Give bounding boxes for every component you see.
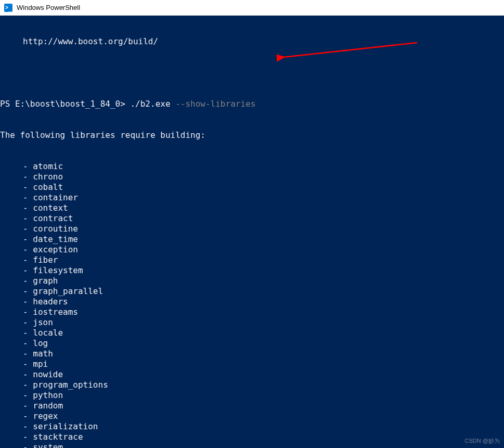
- library-name: stacktrace: [33, 432, 83, 442]
- library-item: - chrono: [0, 172, 504, 182]
- command-text: ./b2.exe: [130, 99, 175, 109]
- library-name: log: [33, 338, 48, 348]
- library-item: - date_time: [0, 234, 504, 245]
- prompt-path: E:\boost\boost_1_84_0: [15, 99, 120, 109]
- library-name: atomic: [33, 161, 63, 171]
- library-item: - atomic: [0, 161, 504, 172]
- list-bullet: -: [23, 203, 33, 213]
- library-item: - headers: [0, 297, 504, 307]
- list-bullet: -: [23, 234, 33, 244]
- library-name: locale: [33, 328, 63, 338]
- library-item: - system: [0, 442, 504, 448]
- list-bullet: -: [23, 297, 33, 306]
- list-bullet: -: [23, 245, 33, 254]
- library-item: - stacktrace: [0, 432, 504, 442]
- library-name: date_time: [33, 234, 78, 244]
- list-bullet: -: [23, 224, 33, 234]
- list-bullet: -: [23, 255, 33, 265]
- list-bullet: -: [23, 359, 33, 369]
- list-bullet: -: [23, 349, 33, 359]
- list-bullet: -: [23, 161, 33, 171]
- library-name: random: [33, 401, 63, 411]
- library-item: - regex: [0, 411, 504, 421]
- library-item: - fiber: [0, 255, 504, 265]
- list-bullet: -: [23, 328, 33, 338]
- list-bullet: -: [23, 317, 33, 327]
- list-bullet: -: [23, 213, 33, 223]
- library-name: nowide: [33, 369, 63, 379]
- library-name: graph_parallel: [33, 286, 103, 296]
- list-bullet: -: [23, 265, 33, 275]
- library-name: fiber: [33, 255, 58, 265]
- library-item: - program_options: [0, 380, 504, 390]
- library-item: - iostreams: [0, 307, 504, 317]
- terminal-area[interactable]: http://www.boost.org/build/ PS E:\boost\…: [0, 16, 504, 448]
- library-name: filesystem: [33, 265, 83, 275]
- library-name: program_options: [33, 380, 108, 390]
- library-name: system: [33, 442, 63, 448]
- prompt-separator: >: [120, 99, 130, 109]
- library-item: - contract: [0, 213, 504, 224]
- library-item: - filesystem: [0, 265, 504, 276]
- library-item: - nowide: [0, 369, 504, 380]
- library-item: - context: [0, 203, 504, 213]
- library-name: mpi: [33, 359, 48, 369]
- library-item: - exception: [0, 245, 504, 255]
- library-name: iostreams: [33, 307, 78, 317]
- library-name: headers: [33, 297, 68, 306]
- list-bullet: -: [23, 307, 33, 317]
- heading-line: The following libraries require building…: [0, 130, 504, 140]
- library-item: - mpi: [0, 359, 504, 369]
- library-name: serialization: [33, 421, 98, 431]
- library-name: regex: [33, 411, 58, 421]
- library-item: - log: [0, 338, 504, 349]
- list-bullet: -: [23, 380, 33, 390]
- prompt-prefix: PS: [0, 99, 15, 109]
- list-bullet: -: [23, 421, 33, 431]
- library-name: cobalt: [33, 182, 63, 192]
- library-name: json: [33, 317, 53, 327]
- library-name: chrono: [33, 172, 63, 182]
- library-name: contract: [33, 213, 73, 223]
- list-bullet: -: [23, 276, 33, 286]
- powershell-icon: [4, 4, 12, 12]
- list-bullet: -: [23, 442, 33, 448]
- library-item: - graph: [0, 276, 504, 286]
- library-name: coroutine: [33, 224, 78, 234]
- list-bullet: -: [23, 369, 33, 379]
- list-bullet: -: [23, 172, 33, 182]
- list-bullet: -: [23, 390, 33, 400]
- list-bullet: -: [23, 182, 33, 192]
- list-bullet: -: [23, 432, 33, 442]
- command-flag: --show-libraries: [175, 99, 255, 109]
- library-item: - math: [0, 349, 504, 359]
- list-bullet: -: [23, 401, 33, 411]
- library-name: graph: [33, 276, 58, 286]
- window-title: Windows PowerShell: [17, 4, 80, 11]
- library-item: - container: [0, 193, 504, 203]
- library-item: - random: [0, 401, 504, 411]
- library-name: container: [33, 193, 78, 202]
- library-name: python: [33, 390, 63, 400]
- library-list: - atomic- chrono- cobalt- container- con…: [0, 161, 504, 448]
- list-bullet: -: [23, 411, 33, 421]
- prompt-line-1: PS E:\boost\boost_1_84_0> ./b2.exe --sho…: [0, 99, 504, 109]
- library-item: - cobalt: [0, 182, 504, 193]
- list-bullet: -: [23, 193, 33, 202]
- blank-line: [0, 68, 504, 78]
- url-output: http://www.boost.org/build/: [0, 36, 504, 47]
- library-item: - coroutine: [0, 224, 504, 234]
- watermark: CSDN @妙为: [465, 436, 500, 446]
- library-name: exception: [33, 245, 78, 254]
- library-item: - graph_parallel: [0, 286, 504, 297]
- list-bullet: -: [23, 286, 33, 296]
- library-name: context: [33, 203, 68, 213]
- titlebar[interactable]: Windows PowerShell: [0, 0, 504, 16]
- library-item: - json: [0, 317, 504, 328]
- list-bullet: -: [23, 338, 33, 348]
- library-item: - python: [0, 390, 504, 401]
- library-item: - serialization: [0, 421, 504, 432]
- library-item: - locale: [0, 328, 504, 338]
- library-name: math: [33, 349, 53, 359]
